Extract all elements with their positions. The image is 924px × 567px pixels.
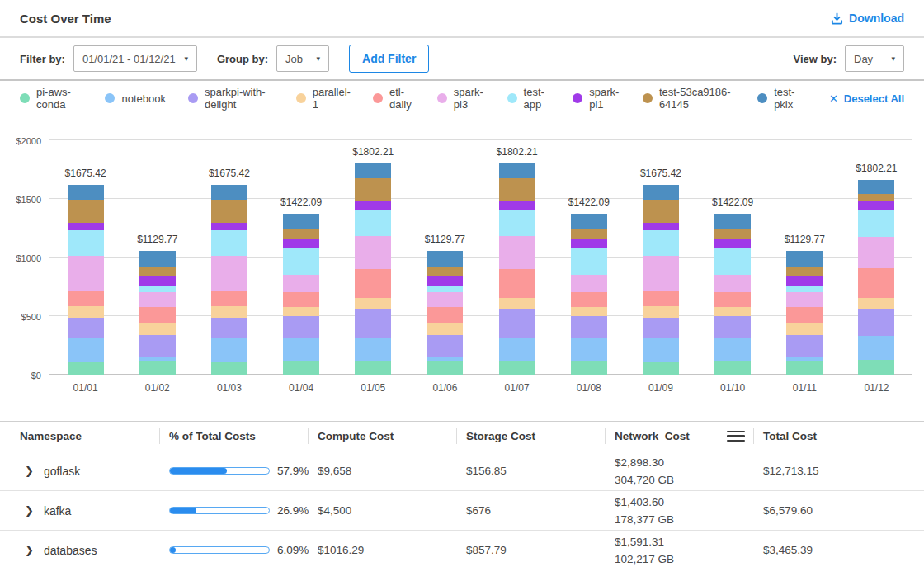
stacked-bar-01/12[interactable]: $1802.21 <box>858 180 894 375</box>
bar-segment-etl-daily <box>714 292 751 307</box>
legend-item-test-app[interactable]: test-app <box>507 86 551 111</box>
download-button[interactable]: Download <box>831 12 904 25</box>
legend-item-pi-aws-conda[interactable]: pi-aws-conda <box>20 86 82 111</box>
network-gb-value: 304,720 GB <box>615 471 753 489</box>
network-cost-cell: $2,898.30304,720 GB <box>605 454 753 489</box>
bar-segment-etl-daily <box>283 292 319 307</box>
bar-segment-test-app <box>283 248 319 275</box>
date-range-select[interactable]: 01/01/21 - 01/12/21 ▾ <box>73 45 197 72</box>
bar-segment-spark-pi1 <box>139 276 176 286</box>
legend-item-label: parallel-1 <box>313 86 351 111</box>
bar-slot: $1129.7701/02 <box>121 140 193 375</box>
legend-dot-icon <box>20 93 30 103</box>
stacked-bar-01/02[interactable]: $1129.77 <box>139 251 176 375</box>
bar-segment-spark-pi3 <box>858 237 894 268</box>
column-menu-icon[interactable] <box>727 431 745 442</box>
network-cost-value: $2,898.30 <box>615 454 753 471</box>
x-axis-tick-label: 01/10 <box>720 382 745 394</box>
bar-slot: $1422.0901/08 <box>553 140 625 375</box>
stacked-bar-01/07[interactable]: $1802.21 <box>499 163 535 375</box>
legend-item-spark-pi1[interactable]: spark-pi1 <box>573 86 620 111</box>
bar-segment-test-pkix <box>355 163 391 178</box>
bar-segment-parallel-1 <box>283 307 319 316</box>
group-by-label: Group by: <box>217 53 268 65</box>
stacked-bar-01/03[interactable]: $1675.42 <box>211 185 248 375</box>
bar-segment-spark-pi1 <box>714 239 751 248</box>
bar-segment-sparkpi-with-delight <box>786 335 823 357</box>
bar-segment-sparkpi-with-delight <box>427 335 463 357</box>
bar-segment-spark-pi1 <box>355 201 391 210</box>
progress-bar-fill <box>170 547 176 553</box>
bar-segment-spark-pi3 <box>427 292 463 307</box>
deselect-all-button[interactable]: ✕ Deselect All <box>829 92 904 105</box>
stacked-bar-01/04[interactable]: $1422.09 <box>283 214 319 375</box>
column-header-namespace[interactable]: Namespace <box>0 422 159 451</box>
column-header-compute-cost[interactable]: Compute Cost <box>308 422 456 451</box>
bar-segment-parallel-1 <box>427 323 463 335</box>
add-filter-button[interactable]: Add Filter <box>349 45 429 73</box>
chevron-right-icon[interactable]: ❯ <box>25 504 34 517</box>
stacked-bar-01/05[interactable]: $1802.21 <box>355 163 391 375</box>
bar-segment-pi-aws-conda <box>68 362 104 375</box>
bar-segment-etl-daily <box>643 291 679 306</box>
bar-segment-parallel-1 <box>139 323 176 335</box>
x-axis-tick-label: 01/01 <box>73 382 98 394</box>
table-row-kafka: ❯kafka26.9%$4,500$676$1,403.60178,377 GB… <box>0 491 924 531</box>
bar-total-label: $1802.21 <box>352 146 394 158</box>
legend-item-spark-pi3[interactable]: spark-pi3 <box>437 86 485 111</box>
bar-segment-pi-aws-conda <box>211 362 248 375</box>
column-header-network-cost[interactable]: Network Cost <box>605 422 753 451</box>
bar-segment-test-pkix <box>786 251 823 267</box>
legend-item-label: test-pkix <box>774 86 802 111</box>
table-body: ❯goflask57.9%$9,658$156.85$2,898.30304,7… <box>0 451 924 567</box>
download-icon <box>831 12 843 25</box>
total-cost-cell: $6,579.60 <box>753 504 924 517</box>
stacked-bar-01/01[interactable]: $1675.42 <box>68 185 104 375</box>
legend-item-test-53ca9186-64145[interactable]: test-53ca9186-64145 <box>643 86 735 111</box>
bar-segment-pi-aws-conda <box>786 361 823 375</box>
stacked-bar-01/06[interactable]: $1129.77 <box>427 251 463 375</box>
column-header-total-cost[interactable]: Total Cost <box>753 422 924 451</box>
legend-item-notebook[interactable]: notebook <box>105 92 166 105</box>
bar-slot: $1802.2101/07 <box>481 140 553 375</box>
bar-segment-notebook <box>355 338 391 361</box>
legend-item-sparkpi-with-delight[interactable]: sparkpi-with-delight <box>188 86 274 111</box>
bar-segment-spark-pi1 <box>786 276 823 286</box>
stacked-bar-01/08[interactable]: $1422.09 <box>571 214 607 375</box>
y-axis-tick-label: $0 <box>3 371 41 380</box>
stacked-bar-01/11[interactable]: $1129.77 <box>786 251 823 375</box>
namespace-cell: ❯databases <box>0 544 159 557</box>
pct-label: 6.09% <box>277 544 309 556</box>
column-header-storage-cost[interactable]: Storage Cost <box>456 422 605 451</box>
bar-segment-parallel-1 <box>355 298 391 309</box>
legend-item-etl-daily[interactable]: etl-daily <box>373 86 415 111</box>
column-header-pct-total-costs[interactable]: % of Total Costs <box>159 422 308 451</box>
legend-item-label: notebook <box>121 92 166 105</box>
bar-segment-sparkpi-with-delight <box>283 316 319 338</box>
view-by-select[interactable]: Day ▾ <box>845 45 904 72</box>
bar-segment-etl-daily <box>786 307 823 323</box>
y-axis-tick-label: $1500 <box>3 195 41 205</box>
stacked-bar-01/10[interactable]: $1422.09 <box>714 214 751 375</box>
legend-dot-icon <box>373 93 383 103</box>
bar-segment-parallel-1 <box>786 323 823 335</box>
group-by-select[interactable]: Job ▾ <box>276 45 329 72</box>
legend-item-test-pkix[interactable]: test-pkix <box>757 86 802 111</box>
legend-item-parallel-1[interactable]: parallel-1 <box>296 86 351 111</box>
bar-segment-test-53ca9186-64145 <box>858 194 894 201</box>
stacked-bar-01/09[interactable]: $1675.42 <box>643 185 679 375</box>
legend-dot-icon <box>507 93 517 103</box>
page-title: Cost Over Time <box>20 12 111 26</box>
bar-slot: $1802.2101/12 <box>841 140 912 375</box>
pct-total-costs-cell: 57.9% <box>159 465 308 477</box>
namespace-cell: ❯kafka <box>0 504 159 517</box>
chevron-down-icon: ▾ <box>316 55 320 63</box>
bar-segment-test-app <box>211 230 248 256</box>
chevron-right-icon[interactable]: ❯ <box>25 544 34 556</box>
bar-segment-etl-daily <box>68 291 104 306</box>
bar-total-label: $1802.21 <box>856 163 897 174</box>
legend-item-label: etl-daily <box>389 86 415 111</box>
bar-segment-spark-pi1 <box>211 223 248 230</box>
chevron-right-icon[interactable]: ❯ <box>25 465 34 477</box>
namespace-name: goflask <box>44 465 80 478</box>
